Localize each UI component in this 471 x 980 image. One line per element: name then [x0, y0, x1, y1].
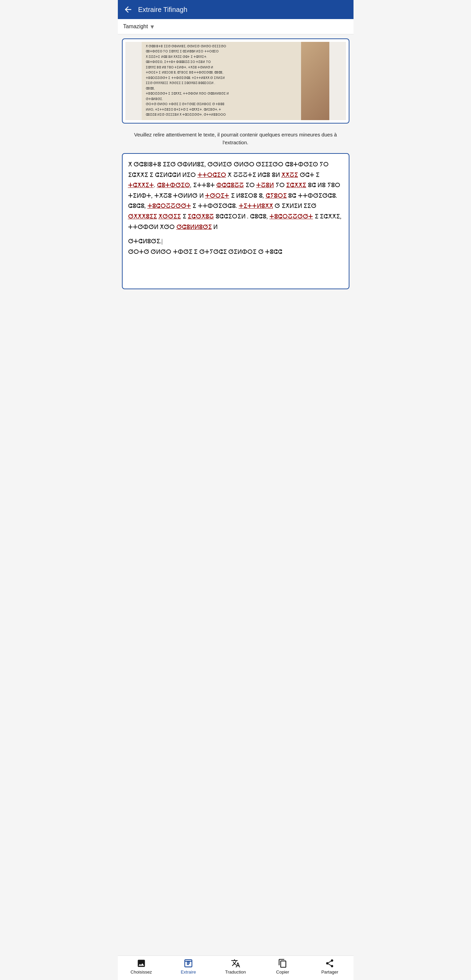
- source-image: ⵅ ⵚⵛⵓⵏⵓⵜⵓ ⵉⵉⵚ ⵚⵀⵍⵍⵓⵉ, ⵚⵚⵍⵉⵚ ⵚⵍⵚⵔ ⵚⵉⵉⵉⵚⵔ …: [125, 42, 346, 120]
- chevron-down-icon: ▾: [150, 22, 154, 30]
- extracted-text: ⵅ ⵚⵛⵓⵏⵓⵜⵓ ⵉⵉⵚ ⵚⵀⵍⵍⵓⵉ, ⵚⵚⵍⵉⵚ ⵚⵍⵚⵔ ⵚⵉⵉⵉⵚⵔ …: [128, 159, 343, 257]
- language-selector[interactable]: Tamazight ▾: [118, 19, 353, 34]
- image-text-overlay: ⵅ ⵚⵛⵓⵏⵓⵜⵓ ⵉⵉⵚ ⵚⵀⵍⵍⵓⵉ, ⵚⵚⵍⵉⵚ ⵚⵍⵚⵔ ⵚⵉⵉⵉⵚⵔ …: [146, 44, 325, 118]
- language-dropdown[interactable]: Tamazight ▾: [123, 22, 154, 30]
- app-header: Extraire Tifinagh: [118, 0, 353, 19]
- back-button[interactable]: [123, 5, 133, 14]
- main-content: ⵅ ⵚⵛⵓⵏⵓⵜⵓ ⵉⵉⵚ ⵚⵀⵍⵍⵓⵉ, ⵚⵚⵍⵉⵚ ⵚⵍⵚⵔ ⵚⵉⵉⵉⵚⵔ …: [118, 34, 353, 293]
- selected-language: Tamazight: [123, 24, 148, 30]
- page-title: Extraire Tifinagh: [138, 6, 188, 14]
- image-container: ⵅ ⵚⵛⵓⵏⵓⵜⵓ ⵉⵉⵚ ⵚⵀⵍⵍⵓⵉ, ⵚⵚⵍⵉⵚ ⵚⵍⵚⵔ ⵚⵉⵉⵉⵚⵔ …: [122, 38, 350, 124]
- warning-text: Veuillez relire attentivement le texte, …: [122, 127, 350, 150]
- image-placeholder: ⵅ ⵚⵛⵓⵏⵓⵜⵓ ⵉⵉⵚ ⵚⵀⵍⵍⵓⵉ, ⵚⵚⵍⵉⵚ ⵚⵍⵚⵔ ⵚⵉⵉⵉⵚⵔ …: [142, 42, 329, 120]
- extracted-text-container[interactable]: ⵅ ⵚⵛⵓⵏⵓⵜⵓ ⵉⵉⵚ ⵚⵀⵍⵍⵓⵉ, ⵚⵚⵍⵉⵚ ⵚⵍⵚⵔ ⵚⵉⵉⵉⵚⵔ …: [122, 153, 350, 289]
- image-side-decoration: [301, 42, 329, 120]
